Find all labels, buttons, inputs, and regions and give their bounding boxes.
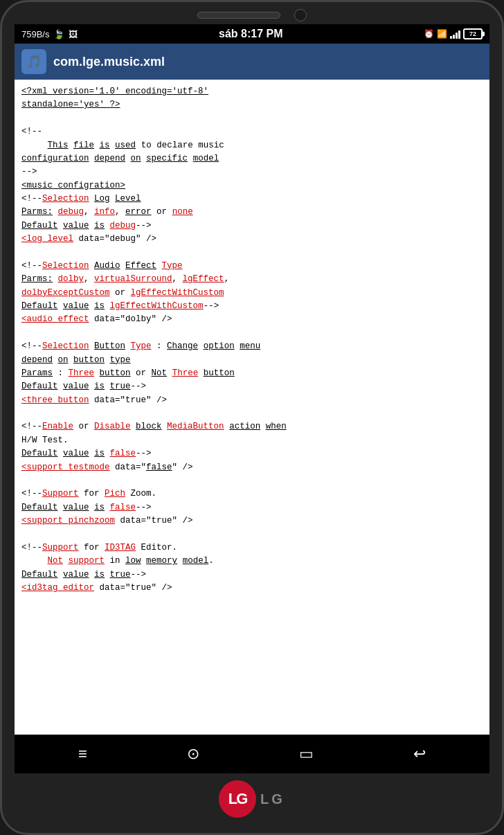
home-icon: ⊙	[187, 745, 199, 763]
app-icon: 🎵	[21, 49, 46, 74]
xml-line-7: <music_configration>	[21, 179, 483, 192]
xml-line-18: depend on button type	[21, 354, 483, 367]
front-camera	[294, 9, 307, 21]
photo-icon: 🖼	[69, 29, 78, 39]
xml-line-17: <!--Selection Button Type : Change optio…	[21, 340, 483, 353]
xml-line-1: <?xml version='1.0' encoding='utf-8'	[21, 85, 483, 98]
status-right: ⏰ 📶 72	[424, 28, 483, 39]
xml-line-29: <!--Support for ID3TAG Editor.	[21, 541, 483, 555]
recents-icon: ▭	[299, 745, 314, 763]
title-bar: 🎵 com.lge.music.xml	[15, 44, 489, 80]
menu-icon: ↩	[413, 745, 426, 763]
phone-top-area	[15, 9, 489, 21]
xml-line-13: Parms: dolby, virtualSurround, lgEffect,	[21, 273, 483, 286]
xml-line-5: configuration depend on specific model	[21, 152, 483, 165]
xml-line-22: <!--Enable or Disable block MediaButton …	[21, 420, 483, 433]
wifi-icon: 📶	[437, 29, 447, 39]
back-button[interactable]: ≡	[78, 745, 87, 763]
status-time-area: sáb 8:17 PM	[219, 28, 283, 40]
xml-line-15: Default value is lgEffectWithCustom-->	[21, 300, 483, 313]
file-title: com.lge.music.xml	[53, 55, 165, 69]
xml-line-11: <log_level data="debug" />	[21, 233, 483, 246]
signal-bars	[450, 29, 460, 39]
status-day: sáb	[219, 28, 238, 39]
xml-line-26: <!--Support for Pich Zoom.	[21, 487, 483, 501]
recents-button[interactable]: ▭	[299, 745, 314, 763]
lg-logo: LG LG	[219, 780, 285, 818]
nav-bar: ≡ ⊙ ▭ ↩	[15, 735, 489, 773]
lg-brand-text: LG	[260, 791, 285, 807]
xml-line-16: <audio_effect data="dolby" />	[21, 313, 483, 326]
data-speed: 759B/s	[21, 29, 49, 39]
xml-line-27: Default value is false-->	[21, 501, 483, 514]
phone-frame: 759B/s 🍃 🖼 sáb 8:17 PM ⏰ 📶 72 🎵	[0, 0, 504, 835]
xml-line-28: <support_pinchzoom data="true" />	[21, 514, 483, 528]
xml-line-32: <id3tag_editor data="true" />	[21, 582, 483, 595]
status-time-val: 8:17 PM	[241, 28, 282, 39]
xml-line-2: standalone='yes' ?>	[21, 98, 483, 111]
status-left: 759B/s 🍃 🖼	[21, 29, 78, 39]
xml-line-21: <three_button data="true" />	[21, 394, 483, 407]
xml-line-9: Parms: debug, info, error or none	[21, 206, 483, 219]
lg-circle-logo: LG	[219, 780, 256, 818]
xml-line-4: This file is used to declare music	[21, 139, 483, 152]
xml-line-8: <!--Selection Log Level	[21, 192, 483, 206]
xml-line-24: Default value is false-->	[21, 447, 483, 460]
xml-line-25: <support_testmode data="false" />	[21, 461, 483, 474]
lg-letters: LG	[228, 790, 247, 808]
back-icon: ≡	[78, 745, 87, 763]
xml-line-19: Params : Three button or Not Three butto…	[21, 367, 483, 380]
xml-line-23: H/W Test.	[21, 434, 483, 447]
speaker-grill	[197, 12, 280, 19]
home-button[interactable]: ⊙	[187, 745, 199, 763]
alarm-icon: ⏰	[424, 29, 434, 39]
xml-line-12: <!--Selection Audio Effect Type	[21, 260, 483, 273]
status-bar: 759B/s 🍃 🖼 sáb 8:17 PM ⏰ 📶 72	[15, 24, 489, 44]
xml-line-30: Not support in low memory model.	[21, 555, 483, 568]
xml-content-area[interactable]: <?xml version='1.0' encoding='utf-8' sta…	[15, 80, 489, 735]
battery-pct: 72	[469, 30, 476, 37]
network-icon: 🍃	[53, 29, 64, 39]
xml-line-31: Default value is true-->	[21, 568, 483, 582]
xml-line-3: <!--	[21, 125, 483, 138]
xml-line-10: Default value is debug-->	[21, 219, 483, 233]
battery-icon: 72	[463, 28, 483, 39]
phone-bottom: LG LG	[15, 773, 489, 820]
xml-line-20: Default value is true-->	[21, 380, 483, 393]
app-icon-glyph: 🎵	[26, 54, 42, 69]
xml-line-14: dolbyExceptCustom or lgEffectWithCustom	[21, 287, 483, 300]
menu-button[interactable]: ↩	[413, 745, 426, 763]
xml-line-6: -->	[21, 165, 483, 179]
